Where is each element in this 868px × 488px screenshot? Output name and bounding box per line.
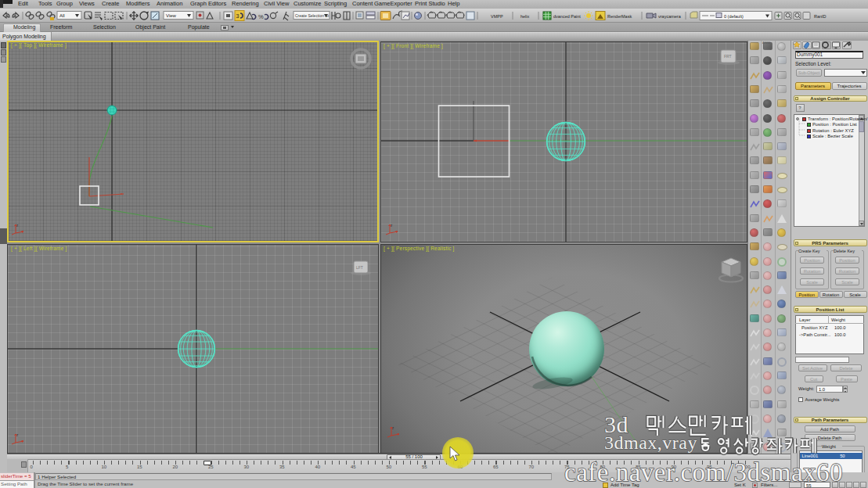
svg-text:3: 3 [236,13,240,19]
svg-text:z: z [16,433,19,437]
svg-text:%: % [258,13,264,20]
svg-text:z: z [392,426,394,430]
svg-text:RenderMask: RenderMask [607,14,632,19]
svg-text:RanID: RanID [814,14,827,19]
svg-text:helix: helix [520,14,530,19]
svg-text:0 (default): 0 (default) [724,14,744,19]
svg-text:All: All [59,13,65,18]
svg-text:Create Selection St: Create Selection St [295,13,330,18]
svg-text:z: z [16,224,19,228]
svg-text:z: z [391,224,393,228]
svg-text:VMPP: VMPP [491,14,503,19]
svg-text:vraycamera: vraycamera [658,14,682,19]
svg-text:dvanced Paint: dvanced Paint [553,14,581,19]
svg-text:FRT: FRT [724,54,732,59]
svg-text:LFT: LFT [356,265,363,270]
svg-text:View: View [166,13,177,18]
